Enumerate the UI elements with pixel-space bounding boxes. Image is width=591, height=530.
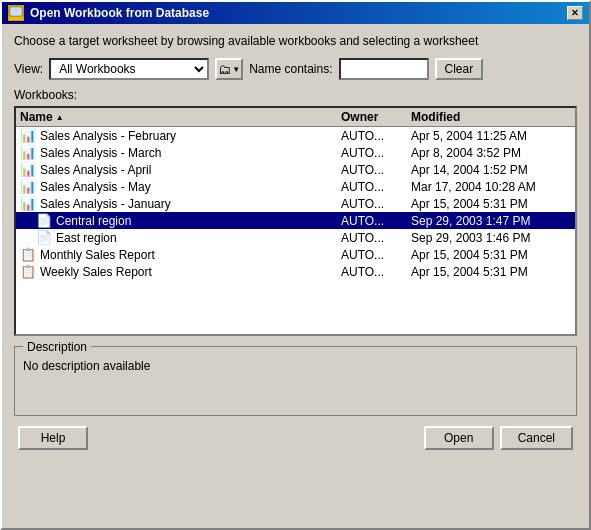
row-owner: AUTO... <box>341 146 411 160</box>
report-icon: 📋 <box>20 247 36 262</box>
table-row[interactable]: 📊 Sales Analysis - May AUTO... Mar 17, 2… <box>16 178 575 195</box>
col-modified-header[interactable]: Modified <box>411 110 571 124</box>
row-modified: Apr 15, 2004 5:31 PM <box>411 248 571 262</box>
row-owner: AUTO... <box>341 163 411 177</box>
main-window: Open Workbook from Database ✕ Choose a t… <box>0 0 591 530</box>
workbook-icon: 📊 <box>20 128 36 143</box>
title-bar: Open Workbook from Database ✕ <box>2 2 589 24</box>
view-label: View: <box>14 62 43 76</box>
table-row[interactable]: 📋 Weekly Sales Report AUTO... Apr 15, 20… <box>16 263 575 280</box>
name-contains-label: Name contains: <box>249 62 332 76</box>
workbook-icon: 📊 <box>20 179 36 194</box>
title-bar-buttons: ✕ <box>567 6 583 20</box>
table-row[interactable]: 📄 Central region AUTO... Sep 29, 2003 1:… <box>16 212 575 229</box>
row-modified: Apr 5, 2004 11:25 AM <box>411 129 571 143</box>
table-row[interactable]: 📊 Sales Analysis - April AUTO... Apr 14,… <box>16 161 575 178</box>
workbook-icon: 📊 <box>20 196 36 211</box>
list-header: Name ▲ Owner Modified <box>16 108 575 127</box>
workbook-icon: 📊 <box>20 162 36 177</box>
description-group: Description No description available <box>14 346 577 416</box>
workbook-icon: 📊 <box>20 145 36 160</box>
row-name: Monthly Sales Report <box>40 248 341 262</box>
title-bar-left: Open Workbook from Database <box>8 5 209 21</box>
dropdown-arrow-icon: ▼ <box>232 65 240 74</box>
row-owner: AUTO... <box>341 180 411 194</box>
workbooks-list[interactable]: Name ▲ Owner Modified 📊 Sales Analysis -… <box>14 106 577 336</box>
open-button[interactable]: Open <box>424 426 494 450</box>
svg-rect-1 <box>11 8 21 15</box>
controls-row: View: All Workbooks 🗂 ▼ Name contains: C… <box>14 58 577 80</box>
row-modified: Apr 8, 2004 3:52 PM <box>411 146 571 160</box>
row-owner: AUTO... <box>341 248 411 262</box>
browse-icon-button[interactable]: 🗂 ▼ <box>215 58 243 80</box>
folder-icon: 🗂 <box>218 62 231 77</box>
window-icon <box>8 5 24 21</box>
row-modified: Sep 29, 2003 1:46 PM <box>411 231 571 245</box>
sort-arrow-icon: ▲ <box>56 113 64 122</box>
workbooks-label: Workbooks: <box>14 88 577 102</box>
window-title: Open Workbook from Database <box>30 6 209 20</box>
row-modified: Apr 15, 2004 5:31 PM <box>411 197 571 211</box>
row-name: Sales Analysis - February <box>40 129 341 143</box>
row-owner: AUTO... <box>341 231 411 245</box>
row-owner: AUTO... <box>341 265 411 279</box>
row-owner: AUTO... <box>341 214 411 228</box>
row-name: Sales Analysis - April <box>40 163 341 177</box>
table-row[interactable]: 📋 Monthly Sales Report AUTO... Apr 15, 2… <box>16 246 575 263</box>
table-row[interactable]: 📄 East region AUTO... Sep 29, 2003 1:46 … <box>16 229 575 246</box>
description-legend: Description <box>23 340 91 354</box>
row-modified: Apr 14, 2004 1:52 PM <box>411 163 571 177</box>
svg-rect-2 <box>10 17 22 19</box>
row-owner: AUTO... <box>341 129 411 143</box>
table-row[interactable]: 📊 Sales Analysis - January AUTO... Apr 1… <box>16 195 575 212</box>
view-select[interactable]: All Workbooks <box>49 58 209 80</box>
row-name: East region <box>56 231 341 245</box>
close-button[interactable]: ✕ <box>567 6 583 20</box>
instruction-text: Choose a target worksheet by browsing av… <box>14 34 577 48</box>
row-name: Central region <box>56 214 341 228</box>
report-icon: 📋 <box>20 264 36 279</box>
clear-button[interactable]: Clear <box>435 58 484 80</box>
table-row[interactable]: 📊 Sales Analysis - February AUTO... Apr … <box>16 127 575 144</box>
help-button[interactable]: Help <box>18 426 88 450</box>
row-name: Sales Analysis - May <box>40 180 341 194</box>
row-name: Sales Analysis - January <box>40 197 341 211</box>
row-name: Weekly Sales Report <box>40 265 341 279</box>
worksheet-icon: 📄 <box>36 230 52 245</box>
col-name-header[interactable]: Name ▲ <box>20 110 341 124</box>
button-row: Help Open Cancel <box>14 426 577 450</box>
cancel-button[interactable]: Cancel <box>500 426 573 450</box>
row-modified: Mar 17, 2004 10:28 AM <box>411 180 571 194</box>
row-name: Sales Analysis - March <box>40 146 341 160</box>
row-modified: Apr 15, 2004 5:31 PM <box>411 265 571 279</box>
table-row[interactable]: 📊 Sales Analysis - March AUTO... Apr 8, … <box>16 144 575 161</box>
row-modified: Sep 29, 2003 1:47 PM <box>411 214 571 228</box>
name-contains-input[interactable] <box>339 58 429 80</box>
worksheet-icon: 📄 <box>36 213 52 228</box>
right-buttons: Open Cancel <box>424 426 573 450</box>
col-owner-header[interactable]: Owner <box>341 110 411 124</box>
row-owner: AUTO... <box>341 197 411 211</box>
description-text: No description available <box>23 359 568 373</box>
